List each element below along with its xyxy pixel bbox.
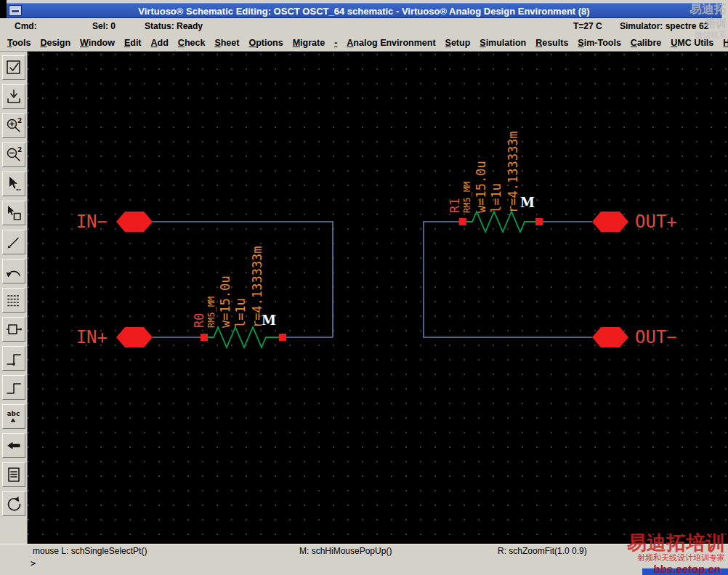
circular-arrow-icon (4, 494, 23, 513)
status-row: Cmd: Sel: 0 Status: Ready T=27 C Simulat… (0, 18, 728, 34)
simulator-label: Simulator: spectre (620, 18, 696, 34)
temperature: T=27 C (573, 18, 602, 34)
terminal-square[interactable] (535, 218, 543, 225)
pin-label: IN− (76, 212, 108, 232)
pin-symbol-icon (4, 436, 23, 455)
wire-button[interactable] (2, 346, 25, 371)
save-down-arrow-icon (4, 87, 23, 106)
width-param-label: w=15.0u (474, 161, 488, 213)
title-bar-corner (721, 3, 728, 18)
window-frame-corner (0, 0, 7, 18)
zoom-in-icon: 2 (4, 116, 23, 135)
menu-edit[interactable]: Edit (124, 38, 142, 48)
notes-button[interactable] (2, 462, 25, 487)
pin-hexagon[interactable] (116, 212, 153, 232)
resistor-r1[interactable]: R1 RM5_MM w=15.0u l=1u r=4.133333m M (448, 131, 543, 232)
undo-button[interactable] (2, 259, 25, 284)
menu-calibre[interactable]: Calibre (631, 38, 661, 48)
menu-bar: Tools Design Window Edit Add Check Sheet… (0, 34, 728, 52)
zoom-in-button[interactable]: 2 (2, 113, 25, 138)
component-instance-icon (4, 320, 23, 339)
title-bar: Virtuoso® Schematic Editing: OSCT OSCT_6… (7, 3, 721, 18)
pencil-slash-icon (4, 233, 23, 252)
length-param-label: l=1u (489, 183, 503, 213)
pin-out-plus[interactable]: OUT+ (592, 212, 677, 232)
pin-hexagon[interactable] (592, 327, 628, 347)
wire-label-button[interactable]: abc (2, 404, 25, 429)
menu-setup[interactable]: Setup (445, 38, 471, 48)
pin-in-plus[interactable]: IN+ (76, 327, 153, 347)
instance-button[interactable] (2, 317, 25, 342)
model-label: RM5_MM (462, 182, 472, 213)
terminal-square[interactable] (201, 334, 208, 341)
mouse-middle-binding: M: schHiMousePopUp() (299, 545, 392, 557)
zoom-out-button[interactable]: 2 (2, 142, 25, 167)
resistor-r0[interactable]: R0 RM5_MM w=15.0u l=1u r=4.133333m M (192, 246, 286, 347)
menu-analog-environment[interactable]: Analog Environment (347, 38, 435, 48)
cmd-label: Cmd: (15, 18, 37, 34)
narrow-wire-icon (4, 349, 23, 368)
menu-options[interactable]: Options (248, 38, 283, 48)
dotted-grid-icon (4, 291, 23, 310)
menu-check[interactable]: Check (178, 38, 206, 48)
instance-name-label: R0 (192, 313, 206, 328)
terminal-square[interactable] (279, 334, 286, 341)
model-label: RM5_MM (206, 297, 217, 328)
schematic-drawing: R0 RM5_MM w=15.0u l=1u r=4.133333m M R1 … (28, 52, 728, 544)
wide-wire-button[interactable] (2, 375, 25, 400)
menu-sim-tools[interactable]: Sim-Tools (578, 38, 621, 48)
pin-in-minus[interactable]: IN− (76, 212, 153, 232)
checkbox-check-icon (4, 58, 23, 77)
note-document-icon (4, 465, 23, 484)
menu-add[interactable]: Add (151, 38, 169, 48)
copy-button[interactable] (2, 201, 25, 225)
pin-label: OUT− (635, 327, 677, 347)
window-menu-button[interactable] (9, 5, 22, 16)
copy-cursor-icon (4, 204, 23, 222)
resistance-param-label: r=4.133333m (506, 131, 520, 213)
menu-sheet[interactable]: Sheet (214, 38, 239, 48)
menu-umc-utils[interactable]: UMC Utils (671, 38, 713, 48)
pin-label: IN+ (76, 327, 108, 347)
delete-button[interactable] (2, 230, 25, 254)
menu-tools[interactable]: Tools (7, 38, 31, 48)
menu-simulation[interactable]: Simulation (480, 38, 526, 48)
resistor-body[interactable] (466, 212, 535, 232)
svg-text:2: 2 (17, 117, 22, 124)
menu-design[interactable]: Design (40, 38, 70, 48)
prompt-bar[interactable]: > (0, 557, 728, 575)
pin-hexagon[interactable] (592, 212, 628, 232)
multiplier-label: M (520, 195, 535, 210)
svg-text:2: 2 (17, 146, 22, 153)
window-title: Virtuoso® Schematic Editing: OSCT OSCT_6… (138, 6, 589, 17)
abc-label-icon: abc (4, 407, 23, 426)
menu-window[interactable]: Window (80, 38, 115, 48)
left-toolbar: 2 2 abc (0, 52, 28, 544)
menu-migrate[interactable]: Migrate (293, 38, 325, 48)
pin-hexagon[interactable] (116, 327, 153, 347)
instance-name-label: R1 (448, 198, 462, 213)
mouse-bindings-bar: mouse L: schSingleSelectPt() M: schHiMou… (0, 544, 728, 557)
save-button[interactable] (2, 84, 25, 109)
mouse-left-binding: mouse L: schSingleSelectPt() (33, 545, 147, 557)
stretch-button[interactable] (2, 172, 25, 196)
pin-out-minus[interactable]: OUT− (592, 327, 677, 347)
resistor-body[interactable] (208, 327, 279, 347)
mouse-right-binding: R: schZoomFit(1.0 0.9) (498, 545, 587, 557)
menu-results[interactable]: Results (535, 38, 568, 48)
pin-label: OUT+ (635, 212, 677, 232)
stretch-cursor-icon (4, 174, 23, 193)
menu-dash[interactable]: - (334, 38, 337, 48)
zoom-out-icon: 2 (4, 145, 23, 164)
wire-out-minus[interactable] (424, 222, 592, 337)
prompt-caret: > (31, 558, 36, 568)
redraw-button[interactable] (2, 491, 25, 516)
menu-help[interactable]: Help (723, 38, 728, 48)
check-save-button[interactable] (2, 55, 25, 80)
schematic-canvas[interactable]: R0 RM5_MM w=15.0u l=1u r=4.133333m M R1 … (28, 52, 728, 544)
properties-button[interactable] (2, 288, 25, 313)
selection-count: Sel: 0 (92, 18, 116, 34)
terminal-square[interactable] (459, 218, 466, 225)
pin-button[interactable] (2, 433, 25, 458)
undo-arc-icon (4, 262, 23, 281)
